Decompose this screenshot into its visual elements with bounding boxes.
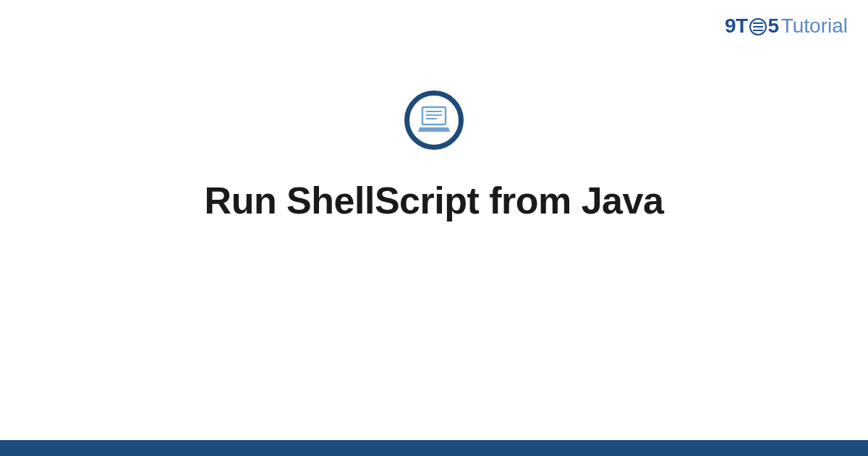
brand-circle-icon [749, 18, 767, 35]
laptop-svg [417, 106, 451, 135]
brand-text-5: 5 [768, 14, 779, 38]
brand-text-tutorial: Tutorial [781, 14, 848, 38]
main-content: Run ShellScript from Java [0, 90, 868, 222]
page-title: Run ShellScript from Java [205, 179, 664, 222]
footer-bar [0, 440, 868, 456]
laptop-icon [404, 90, 464, 150]
brand-logo: 9T 5 Tutorial [725, 14, 848, 38]
brand-text-9t: 9T [725, 14, 748, 38]
